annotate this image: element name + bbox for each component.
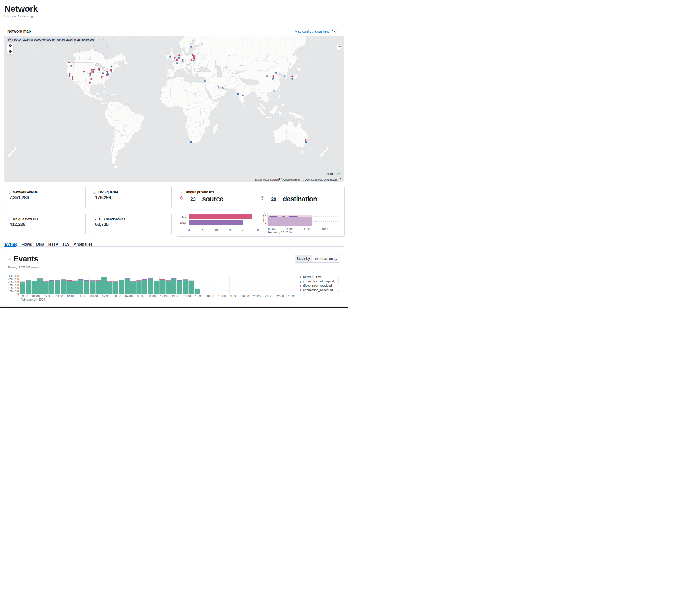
svg-text:February 14, 2024: February 14, 2024 xyxy=(20,298,45,301)
svg-text:09:00: 09:00 xyxy=(125,295,133,298)
svg-text:February 14, 2024: February 14, 2024 xyxy=(268,231,293,234)
svg-text:0: 0 xyxy=(17,292,19,296)
svg-text:18:00: 18:00 xyxy=(322,227,329,231)
svg-text:07:00: 07:00 xyxy=(102,295,110,298)
svg-text:12:00: 12:00 xyxy=(304,227,312,231)
svg-text:06:00: 06:00 xyxy=(286,227,294,231)
svg-text:Src.: Src. xyxy=(181,215,187,218)
svg-text:11:00: 11:00 xyxy=(148,295,156,298)
svg-text:12:00: 12:00 xyxy=(160,295,168,298)
svg-text:21:00: 21:00 xyxy=(265,295,272,298)
svg-text:10: 10 xyxy=(215,228,218,232)
svg-text:08:00: 08:00 xyxy=(113,295,121,298)
svg-text:16:00: 16:00 xyxy=(207,295,214,298)
svg-text:200,000: 200,000 xyxy=(8,280,19,283)
svg-text:04:00: 04:00 xyxy=(67,295,75,298)
svg-text:5: 5 xyxy=(202,228,203,232)
svg-text:00:00: 00:00 xyxy=(268,227,276,231)
svg-text:100,000: 100,000 xyxy=(8,286,19,289)
svg-text:20:00: 20:00 xyxy=(253,295,261,298)
svg-text:03:00: 03:00 xyxy=(56,295,63,298)
svg-text:10:00: 10:00 xyxy=(137,295,144,298)
svg-text:Dest.: Dest. xyxy=(180,221,187,224)
svg-text:06:00: 06:00 xyxy=(90,295,98,298)
svg-text:300,000: 300,000 xyxy=(8,274,19,278)
svg-text:23:00: 23:00 xyxy=(288,295,296,298)
svg-text:05:00: 05:00 xyxy=(79,295,86,298)
svg-text:15:00: 15:00 xyxy=(195,295,203,298)
svg-text:14:00: 14:00 xyxy=(183,295,191,298)
svg-text:18:00: 18:00 xyxy=(230,295,237,298)
svg-text:250,000: 250,000 xyxy=(8,277,19,280)
svg-text:150,000: 150,000 xyxy=(8,283,19,286)
svg-text:00:00: 00:00 xyxy=(20,295,28,298)
svg-text:50,000: 50,000 xyxy=(10,289,19,293)
svg-text:02:00: 02:00 xyxy=(44,295,51,298)
svg-text:01:00: 01:00 xyxy=(32,295,40,298)
svg-text:25: 25 xyxy=(263,212,266,216)
svg-text:17:00: 17:00 xyxy=(218,295,226,298)
svg-text:22:00: 22:00 xyxy=(276,295,284,298)
svg-text:0: 0 xyxy=(188,228,190,232)
svg-text:20: 20 xyxy=(242,228,245,232)
svg-text:13:00: 13:00 xyxy=(172,295,179,298)
svg-text:15: 15 xyxy=(228,228,232,232)
svg-text:19:00: 19:00 xyxy=(241,295,249,298)
